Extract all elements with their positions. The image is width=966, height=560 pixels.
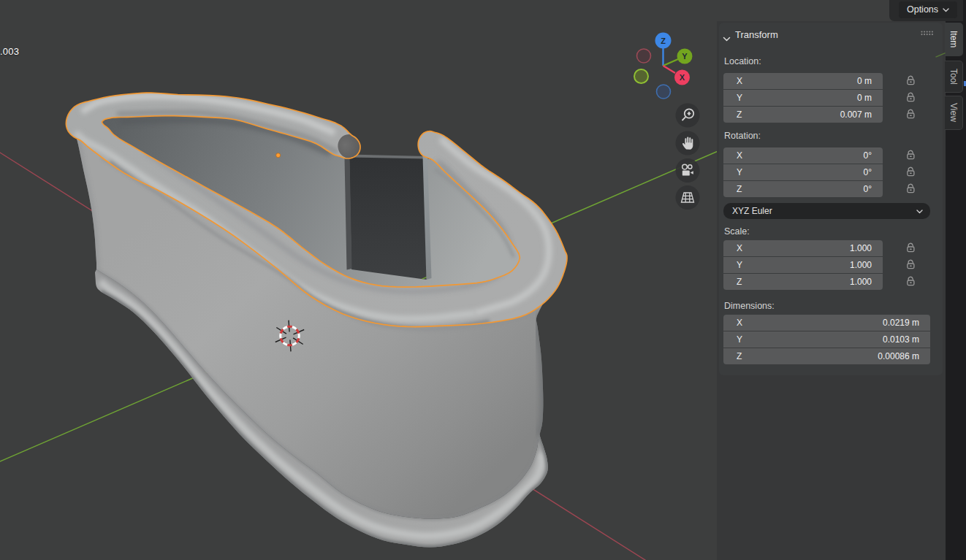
field-value: 0 m: [857, 76, 872, 86]
tab-tool[interactable]: Tool: [945, 61, 963, 93]
field-value: 0.0103 m: [883, 334, 919, 345]
panel-collapse-chevron-icon[interactable]: [723, 31, 731, 45]
axis-label: Y: [737, 93, 742, 103]
tab-view[interactable]: View: [945, 96, 963, 130]
axis-label: Z: [737, 184, 742, 194]
panel-title[interactable]: Transform: [735, 29, 778, 40]
axis-label: Z: [737, 110, 742, 120]
zoom-button[interactable]: [676, 104, 700, 128]
axis-label: Z: [737, 277, 742, 287]
options-dropdown-button[interactable]: Options: [899, 1, 957, 18]
axis-label: X: [737, 76, 742, 86]
number-field-scale-1[interactable]: Y 1.000: [723, 257, 883, 273]
gizmo-axis-z-negative[interactable]: [657, 85, 671, 99]
field-value: 0°: [864, 184, 872, 194]
gizmo-axis-y-positive[interactable]: Y: [677, 49, 693, 64]
tab-strip-top-notch: [963, 0, 966, 21]
chevron-down-icon: [943, 8, 949, 12]
number-field-rotation-0[interactable]: X 0°: [723, 147, 883, 164]
location-label: Location:: [724, 56, 761, 66]
axis-label: X: [737, 150, 742, 161]
number-field-rotation-1[interactable]: Y 0°: [723, 164, 883, 180]
number-field-dimensions-0[interactable]: X 0.0219 m: [723, 315, 930, 331]
rotation-mode-value: XYZ Euler: [732, 206, 772, 216]
rotation-mode-dropdown[interactable]: XYZ Euler: [723, 203, 930, 219]
gizmo-axis-x-positive[interactable]: X: [674, 70, 690, 85]
gizmo-axis-x-negative[interactable]: [637, 49, 651, 63]
gizmo-axis-y-negative[interactable]: [634, 69, 648, 83]
number-field-location-2[interactable]: Z 0.007 m: [723, 107, 883, 123]
axis-label: Z: [737, 351, 742, 361]
field-value: 1.000: [850, 243, 872, 253]
number-field-location-1[interactable]: Y 0 m: [723, 90, 883, 106]
field-value: 0.00086 m: [878, 351, 919, 361]
rotation-label: Rotation:: [724, 131, 761, 141]
camera-view-button[interactable]: [676, 158, 700, 183]
blender-3d-viewport: Z Y X: [0, 0, 966, 560]
view-info-label: .003: [0, 46, 19, 57]
number-field-rotation-2[interactable]: Z 0°: [723, 181, 883, 197]
number-field-dimensions-1[interactable]: Y 0.0103 m: [723, 331, 930, 348]
field-value: 0 m: [857, 93, 872, 103]
pan-button[interactable]: [676, 131, 700, 156]
field-value: 1.000: [850, 260, 872, 270]
axis-label: X: [737, 318, 742, 328]
svg-text:Z: Z: [661, 37, 666, 45]
svg-text:Y: Y: [682, 52, 688, 61]
number-field-scale-2[interactable]: Z 1.000: [723, 274, 883, 290]
number-field-scale-0[interactable]: X 1.000: [723, 240, 883, 256]
axis-label: Y: [737, 167, 742, 177]
ortho-toggle-button[interactable]: [676, 185, 700, 210]
field-value: 0°: [864, 150, 872, 161]
scale-label: Scale:: [724, 226, 750, 237]
field-value: 0.0219 m: [883, 318, 919, 328]
axis-label: X: [737, 243, 742, 253]
object-origin-dot[interactable]: [276, 153, 281, 158]
field-value: 1.000: [850, 277, 872, 287]
dimensions-label: Dimensions:: [724, 301, 775, 311]
field-value: 0.007 m: [840, 110, 872, 120]
axis-label: Y: [737, 260, 742, 270]
gap-slot: [345, 155, 432, 289]
gizmo-axis-z-positive[interactable]: Z: [655, 33, 672, 49]
tab-item[interactable]: Item: [945, 23, 963, 56]
number-field-location-0[interactable]: X 0 m: [723, 73, 883, 89]
field-value: 0°: [864, 167, 872, 177]
axis-label: Y: [737, 334, 742, 345]
options-label: Options: [907, 4, 938, 15]
number-field-dimensions-2[interactable]: Z 0.00086 m: [723, 348, 930, 364]
chevron-down-icon: [916, 210, 923, 214]
svg-text:X: X: [680, 73, 685, 82]
